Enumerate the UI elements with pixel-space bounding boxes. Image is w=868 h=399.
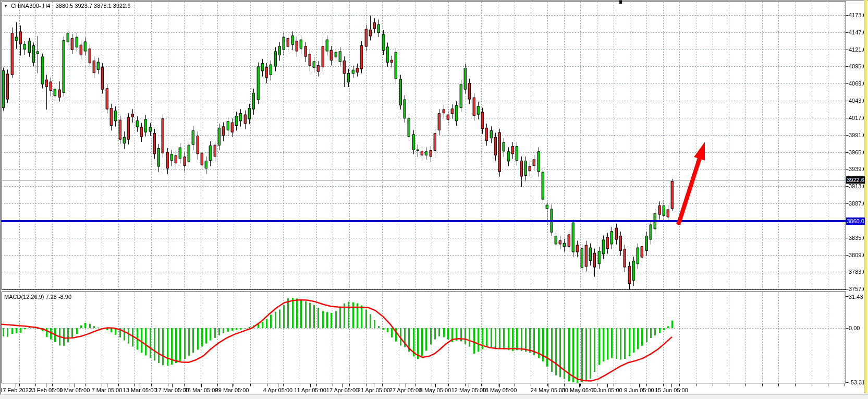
macd-tick-label: 0.00 (849, 325, 860, 331)
time-tick-label: 11 Apr 05:00 (294, 387, 326, 393)
chart-title: ▼ CHINA300-,H4 3880.5 3923.7 3878.1 3922… (4, 2, 130, 9)
time-tick-label: 17 Apr 05:00 (326, 387, 359, 393)
time-tick-label: 8 May 05:00 (420, 387, 451, 393)
time-tick-label: 15 Jun 05:00 (655, 387, 688, 393)
macd-tick-label: 31.43 (849, 294, 863, 300)
time-tick-label: 29 Mar 05:00 (215, 387, 249, 393)
window-right-strip (864, 0, 867, 393)
time-tick-label: 9 Jun 05:00 (624, 387, 654, 393)
macd-indicator-label: MACD(12,26,9) 7.28 -8.90 (4, 294, 71, 300)
time-tick-label: 24 May 05:00 (531, 387, 566, 393)
window-bottom-strip (0, 394, 868, 399)
chevron-down-icon[interactable]: ▼ (4, 4, 8, 8)
current-price-tag: 3922.6 (846, 176, 865, 184)
window-border-left-highlight (1, 0, 1, 399)
ohlc-values: 3880.5 3923.7 3878.1 3922.6 (56, 3, 131, 9)
time-tick-label: 5 Jun 05:00 (592, 387, 622, 393)
time-tick-label: 21 Apr 05:00 (358, 387, 390, 393)
window-border-top (0, 0, 868, 1)
time-tick-label: 13 Mar 05:00 (123, 387, 157, 393)
time-tick-label: 17 Feb 2023 (0, 387, 32, 393)
time-tick-label: 23 Feb 05:00 (29, 387, 63, 393)
hline-price-tag: 3860.0 (846, 217, 865, 225)
time-tick-label: 4 Apr 05:00 (263, 387, 292, 393)
time-tick-label: 1 Mar 05:00 (59, 387, 90, 393)
time-tick-label: 30 May 05:00 (562, 387, 597, 393)
time-tick-label: 12 May 05:00 (451, 387, 486, 393)
window-top-marker (619, 1, 622, 4)
chart-canvas[interactable] (0, 0, 868, 399)
time-tick-label: 18 May 05:00 (482, 387, 517, 393)
symbol-timeframe-label: CHINA300-,H4 (11, 3, 51, 9)
time-tick-label: 23 Mar 05:00 (185, 387, 218, 393)
trading-chart-window: ▼ CHINA300-,H4 3880.5 3923.7 3878.1 3922… (0, 0, 868, 399)
time-tick-label: 7 Mar 05:00 (92, 387, 123, 393)
macd-tick-label: -53.31 (849, 379, 865, 385)
time-tick-label: 27 Apr 05:00 (389, 387, 422, 393)
